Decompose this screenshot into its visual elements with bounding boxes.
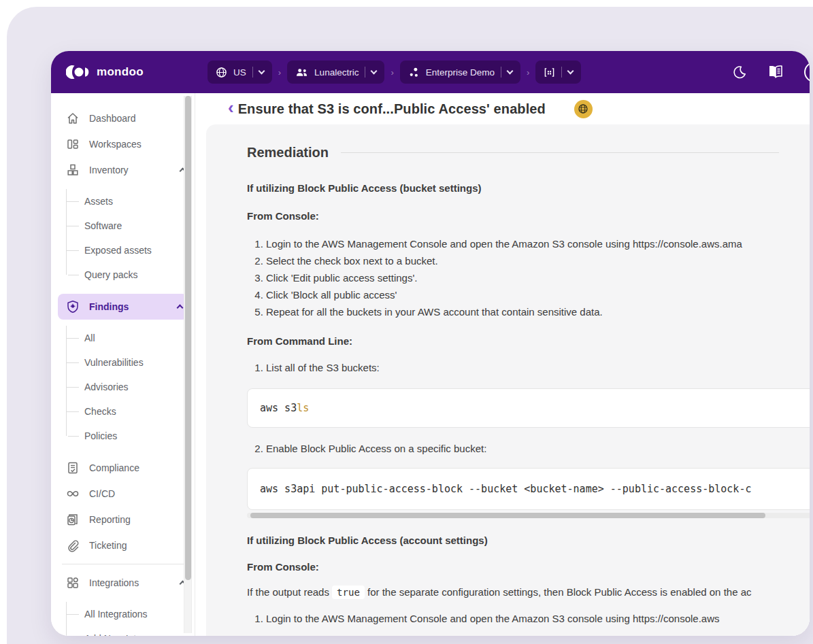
sidebar-item-reporting[interactable]: Reporting bbox=[51, 507, 195, 532]
sidebar-item-ticketing[interactable]: Ticketing bbox=[51, 532, 195, 558]
inline-code-true: true bbox=[332, 586, 365, 599]
aws-platform-badge bbox=[574, 100, 593, 118]
sidebar-item-all-integrations[interactable]: All Integrations bbox=[67, 602, 195, 626]
chip-divider bbox=[365, 67, 365, 78]
region-selector[interactable]: US bbox=[208, 61, 272, 84]
integrations-subitems: All Integrations Add New Integra bbox=[66, 602, 195, 636]
chip-divider bbox=[252, 67, 253, 78]
infinity-icon bbox=[66, 487, 80, 501]
sidebar-item-cicd[interactable]: CI/CD bbox=[51, 481, 195, 507]
sidebar-divider bbox=[62, 564, 184, 564]
sidebar-item-findings[interactable]: Findings bbox=[58, 294, 188, 320]
account-settings-heading: If utilizing Block Public Access (accoun… bbox=[247, 535, 810, 546]
list-item: Enable Block Public Access on a specific… bbox=[266, 440, 810, 457]
doc-check-icon bbox=[66, 461, 80, 475]
section-divider bbox=[341, 152, 779, 153]
paragraph-text: If the output reads bbox=[247, 586, 332, 598]
sidebar-item-all[interactable]: All bbox=[67, 326, 195, 350]
mondoo-app-window: mondoo US › Lu bbox=[51, 51, 810, 636]
page-title-bar: ‹ Ensure that S3 is conf...Public Access… bbox=[195, 93, 810, 124]
sidebar-item-software[interactable]: Software bbox=[67, 214, 195, 238]
sidebar-item-label: Add New Integra bbox=[84, 633, 155, 636]
sidebar-scrollbar-thumb[interactable] bbox=[185, 96, 191, 580]
bucket-settings-heading: If utilizing Block Public Access (bucket… bbox=[247, 182, 810, 194]
sidebar-item-label: Findings bbox=[89, 301, 168, 312]
sidebar-item-integrations[interactable]: Integrations bbox=[51, 570, 195, 596]
breadcrumb-separator: › bbox=[278, 67, 281, 78]
list-item: List all of the S3 buckets: bbox=[266, 359, 810, 376]
chevron-down-icon[interactable] bbox=[507, 68, 514, 75]
globe-grid-icon bbox=[578, 103, 588, 114]
space-label: Enterprise Demo bbox=[426, 67, 495, 78]
book-icon[interactable] bbox=[767, 65, 784, 80]
sidebar-item-label: All Integrations bbox=[84, 609, 148, 620]
sidebar-item-label: Advisories bbox=[84, 382, 129, 392]
sidebar-item-policies[interactable]: Policies bbox=[67, 424, 195, 448]
paragraph-text: for the separate configuration settings,… bbox=[365, 586, 752, 598]
workspace-selector[interactable] bbox=[535, 61, 581, 84]
sidebar-item-label: Inventory bbox=[89, 165, 171, 175]
sidebar-item-vulnerabilities[interactable]: Vulnerabilities bbox=[67, 350, 195, 375]
workspaces-icon bbox=[66, 137, 80, 151]
horizontal-scrollbar-track[interactable] bbox=[247, 513, 810, 518]
moon-icon[interactable] bbox=[732, 65, 747, 80]
page-title: Ensure that S3 is conf...Public Access' … bbox=[238, 101, 546, 117]
sidebar-item-label: Dashboard bbox=[89, 113, 185, 124]
sidebar-item-dashboard[interactable]: Dashboard bbox=[51, 105, 195, 131]
from-console-heading: From Console: bbox=[247, 210, 810, 222]
code-block-put-public-access[interactable]: aws s3api put-public-access-block --buck… bbox=[247, 468, 810, 510]
output-paragraph: If the output reads true for the separat… bbox=[247, 586, 810, 598]
shield-bug-icon bbox=[66, 300, 80, 313]
header-actions bbox=[732, 62, 810, 82]
section-title: Remediation bbox=[247, 145, 329, 160]
sidebar-item-advisories[interactable]: Advisories bbox=[67, 375, 195, 399]
sidebar-item-label: Compliance bbox=[89, 462, 185, 473]
horizontal-scrollbar-thumb[interactable] bbox=[250, 513, 765, 518]
chevron-down-icon[interactable] bbox=[371, 68, 378, 75]
sidebar-item-label: Ticketing bbox=[89, 540, 185, 551]
cli-steps-list: List all of the S3 buckets: bbox=[248, 359, 810, 376]
list-item: Select the check box next to a bucket. bbox=[266, 252, 810, 269]
sidebar-item-label: Integrations bbox=[89, 577, 171, 588]
sidebar-item-label: Policies bbox=[84, 430, 117, 441]
code-block-s3-ls[interactable]: aws s3 ls bbox=[247, 388, 810, 428]
account-steps-list: Login to the AWS Management Console and … bbox=[248, 610, 810, 627]
sidebar-item-inventory[interactable]: Inventory bbox=[51, 157, 195, 183]
list-item: Click 'Block all public access' bbox=[266, 286, 810, 303]
cluster-icon bbox=[408, 67, 420, 78]
breadcrumb-separator: › bbox=[391, 67, 393, 78]
breadcrumb: US › Lunalectric › bbox=[208, 61, 581, 84]
main-content: ‹ Ensure that S3 is conf...Public Access… bbox=[195, 93, 810, 636]
mondoo-logo[interactable]: mondoo bbox=[51, 65, 195, 80]
sidebar-item-label: Checks bbox=[84, 406, 116, 417]
sidebar-item-label: Query packs bbox=[84, 269, 138, 280]
sidebar-scrollbar-track[interactable] bbox=[184, 96, 192, 633]
sidebar-item-add-new-integration[interactable]: Add New Integra bbox=[67, 626, 195, 636]
section-header: Remediation bbox=[247, 145, 779, 160]
avatar[interactable] bbox=[804, 62, 810, 82]
chevron-down-icon[interactable] bbox=[258, 68, 265, 75]
list-item: Repeat for all the buckets in your AWS a… bbox=[266, 303, 810, 320]
back-button[interactable]: ‹ bbox=[228, 99, 234, 116]
chevron-down-icon[interactable] bbox=[567, 68, 574, 75]
list-item: Login to the AWS Management Console and … bbox=[266, 610, 810, 627]
workspace-grid-icon bbox=[544, 67, 555, 78]
inventory-subitems: Assets Software Exposed assets Query pac… bbox=[66, 189, 195, 287]
chip-divider bbox=[561, 67, 562, 78]
sidebar-item-label: Vulnerabilities bbox=[84, 357, 144, 368]
list-item: Login to the AWS Management Console and … bbox=[266, 235, 810, 252]
sidebar-item-label: Software bbox=[84, 220, 122, 231]
sidebar-item-assets[interactable]: Assets bbox=[67, 189, 195, 214]
sidebar-item-compliance[interactable]: Compliance bbox=[51, 455, 195, 481]
sidebar-item-exposed-assets[interactable]: Exposed assets bbox=[67, 238, 195, 262]
sidebar-item-query-packs[interactable]: Query packs bbox=[67, 262, 195, 287]
sidebar-item-checks[interactable]: Checks bbox=[67, 399, 195, 424]
code-text: aws s3 bbox=[260, 402, 297, 414]
findings-subitems: All Vulnerabilities Advisories Checks Po… bbox=[66, 326, 195, 448]
sidebar-item-label: Workspaces bbox=[89, 139, 185, 150]
org-selector[interactable]: Lunalectric bbox=[287, 61, 384, 84]
space-selector[interactable]: Enterprise Demo bbox=[400, 61, 520, 84]
sidebar-item-workspaces[interactable]: Workspaces bbox=[51, 131, 195, 157]
chevron-up-icon[interactable] bbox=[177, 305, 184, 311]
region-label: US bbox=[233, 67, 246, 78]
